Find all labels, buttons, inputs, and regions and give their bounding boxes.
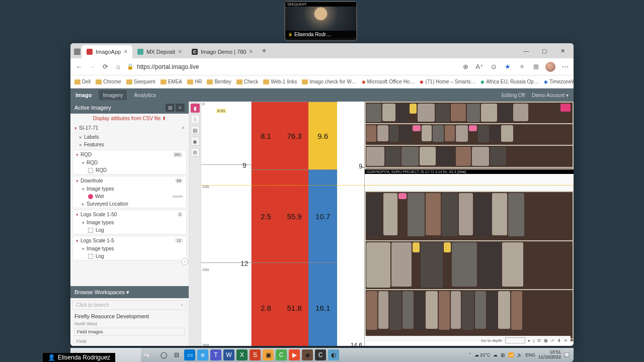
drillhole-row[interactable]: ▾ SI-17-71 × [70,123,189,133]
zoom-icon[interactable]: ⊕ [461,62,470,71]
wifi-icon[interactable]: 📶 [508,352,514,357]
tab-imagodemo[interactable]: C Imago Demo | 780 × [187,45,258,58]
nav-analytics[interactable]: Analytics [134,92,156,98]
bookmark-item[interactable]: ◆Microsoft Office Ho… [362,79,415,84]
tray-chevron-icon[interactable]: ˄ [469,352,471,357]
sidebar-header: Active Imagery ▤ ≡ [70,102,189,114]
app-icon[interactable]: ▣ [263,349,274,360]
onedrive-icon[interactable]: ☁ [493,352,498,357]
refresh-button[interactable]: ⟳ [101,62,110,71]
checkbox[interactable] [88,254,93,259]
volume-icon[interactable]: 🔊 [517,352,522,357]
close-icon[interactable]: × [178,48,182,55]
edge-icon[interactable]: e [197,349,208,360]
core-box-image[interactable] [365,102,574,169]
profile-avatar[interactable] [545,62,555,72]
core-box-image[interactable] [365,191,574,342]
bookmark-item[interactable]: Dell [74,79,91,84]
grid-icon[interactable]: ▦ [544,338,548,343]
cortana-icon[interactable]: ⊟ [171,349,182,360]
url-field[interactable]: 🔒 https://portal.imago.live [127,63,457,70]
home-button[interactable]: ⌂ [114,62,123,71]
layers-icon[interactable]: ▤ [191,126,200,135]
collapse-knob[interactable]: ‹ [181,258,188,265]
explorer-icon[interactable]: ▭ [184,349,195,360]
app-icon[interactable]: ▶ [289,349,300,360]
csv-link[interactable]: Display attibutes from CSV file ⬆ [70,114,189,123]
app-icon[interactable]: S [250,349,261,360]
expand-icon[interactable]: ⤢ [551,338,554,343]
account-menu[interactable]: Demo Account ▾ [532,93,569,98]
bookmark-item[interactable]: Bentley [207,79,231,84]
checkbox[interactable] [88,168,93,173]
app-icon[interactable]: C [276,349,287,360]
clock[interactable]: 10:51 11/10/2022 [538,350,561,360]
close-button[interactable]: ✕ [553,48,572,54]
browse-workspaces-header[interactable]: Browse Workspaces ▾ [70,286,189,298]
app-icon[interactable]: ◐ [328,349,339,360]
favorite-icon[interactable]: ★ [503,62,512,71]
search-in-page-icon[interactable]: ⊙ [489,62,498,71]
app-icon[interactable]: C [315,349,326,360]
go-to-depth-input[interactable] [505,337,525,343]
depth-ruler[interactable]: 0 8.51 100 200 300 9 12 [201,102,252,346]
close-panel-icon[interactable]: ✕ [564,338,568,343]
marker-icon[interactable]: ◉ [191,137,200,146]
gear-icon[interactable]: ⚙ [191,148,200,157]
imagery-action-button[interactable] [560,104,571,112]
minimize-button[interactable]: — [517,48,535,54]
zoom-fit-icon[interactable]: ⊡ [537,338,541,343]
bookmark-item[interactable]: ◆(71) Home – Smarts… [420,79,475,84]
menu-icon[interactable]: ⋯ [560,62,570,71]
word-icon[interactable]: W [223,349,234,360]
go-button[interactable]: ▸ [528,338,530,343]
tab-actions-icon[interactable]: ▦ [72,46,82,56]
notifications-icon[interactable]: 💬 [564,352,570,357]
more-link[interactable]: more› [173,194,183,199]
tab-mxdeposit[interactable]: MX Deposit × [132,45,187,58]
close-icon[interactable]: × [182,125,185,131]
core-caption: GUAYNOPITA, SORO PROJECT: SI-17-71 9.14 … [365,169,574,174]
checkbox[interactable] [88,228,93,233]
task-view-icon[interactable]: ◯ [158,349,169,360]
read-aloud-icon[interactable]: A⁺ [475,62,484,71]
workspace-field-images[interactable]: Field Images [74,328,185,336]
tab-imagoapp[interactable]: ImagoApp × [82,45,132,58]
maximize-button[interactable]: ▢ [535,48,553,54]
bookmark-item[interactable]: Seequent [126,79,155,84]
bookmark-item[interactable]: HR [187,79,202,84]
bookmark-item[interactable]: ◆TimezoneWizard [544,79,574,84]
close-icon[interactable]: × [124,48,127,55]
excel-icon[interactable]: X [236,349,248,360]
info-icon[interactable]: i [191,115,200,124]
bookmark-item[interactable]: Chrome [96,79,121,84]
weather-widget[interactable]: ☁ 21°C [474,352,491,357]
bookmark-item[interactable]: Web-1 links [263,79,297,84]
app-logo[interactable]: imago [75,92,92,98]
save-icon[interactable]: ▤ [166,104,175,112]
workspace-search[interactable]: Click to search× [72,300,187,310]
new-tab-button[interactable]: + [258,46,270,55]
view-mode-primary[interactable]: ▮ [191,104,200,113]
forward-button[interactable]: → [88,62,97,71]
nav-imagery[interactable]: Imagery [99,90,127,100]
teams-icon[interactable]: T [210,349,221,360]
list-icon[interactable]: ≡ [176,104,185,112]
bookmark-item[interactable]: Check [236,79,258,84]
back-button[interactable]: ← [74,62,84,71]
bookmark-item[interactable]: Imago check for W… [302,79,356,84]
battery-icon[interactable]: ▥ [501,352,505,357]
news-widget[interactable]: 📰 [141,352,153,358]
view-tool-strip: ▮ i ▤ ◉ ⚙ [189,102,201,346]
extensions-icon[interactable]: ⊞ [531,62,540,71]
close-icon[interactable]: × [249,48,253,55]
collections-icon[interactable]: ✧ [517,62,526,71]
core-imagery-panel[interactable]: GUAYNOPITA, SORO PROJECT: SI-17-71 9.14 … [365,102,574,346]
bookmark-item[interactable]: ◆Africa EU, Russia Op… [480,79,538,84]
language-indicator[interactable]: ENG [525,352,535,357]
workspace-title[interactable]: Firefly Resource Development [70,312,189,321]
app-icon[interactable]: ◆ [302,349,313,360]
download-icon[interactable]: ⬇ [557,338,561,343]
bookmark-item[interactable]: EMEA [160,79,182,84]
editing-toggle[interactable]: Editing Off [502,93,525,98]
